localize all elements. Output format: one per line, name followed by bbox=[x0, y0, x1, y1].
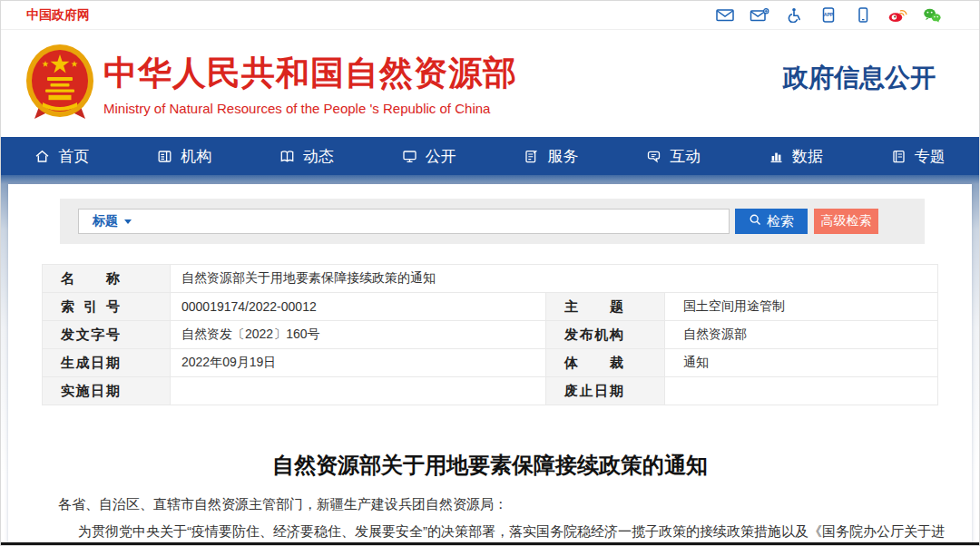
nav-label: 公开 bbox=[426, 146, 456, 167]
document-paragraph: 各省、自治区、直辖市自然资源主管部门，新疆生产建设兵团自然资源局： bbox=[35, 491, 945, 518]
nav-item-topics[interactable]: 专题 bbox=[857, 137, 979, 175]
home-icon bbox=[34, 149, 50, 164]
meta-label-repeal-date: 废止日期 bbox=[546, 377, 664, 405]
app-download-icon[interactable]: APP bbox=[818, 7, 839, 24]
window-bottom-edge bbox=[1, 542, 979, 545]
meta-value-name: 自然资源部关于用地要素保障接续政策的通知 bbox=[171, 265, 937, 292]
site-title[interactable]: 中华人民共和国自然资源部 bbox=[103, 51, 517, 96]
services-icon bbox=[524, 149, 539, 164]
advanced-search-button[interactable]: 高级检索 bbox=[814, 209, 878, 234]
accessibility-icon[interactable] bbox=[783, 7, 805, 24]
mail-icon[interactable] bbox=[714, 7, 736, 24]
top-bar: 中国政府网 APP bbox=[1, 1, 979, 30]
site-header: 中华人民共和国自然资源部 Ministry of Natural Resourc… bbox=[1, 30, 979, 137]
search-scope-dropdown[interactable]: 标题 bbox=[93, 213, 132, 229]
main-nav: 首页 机构 动态 公开 服务 互动 数据 专题 bbox=[1, 137, 979, 175]
gov-portal-link[interactable]: 中国政府网 bbox=[26, 7, 90, 24]
document-body: 各省、自治区、直辖市自然资源主管部门，新疆生产建设兵团自然资源局： 为贯彻党中央… bbox=[8, 491, 972, 545]
meta-value-repeal-date bbox=[665, 377, 937, 405]
meta-value-docnum: 自然资发〔2022〕160号 bbox=[171, 321, 545, 348]
nav-item-organization[interactable]: 机构 bbox=[123, 137, 246, 175]
meta-label-gen-date: 生成日期 bbox=[43, 349, 170, 376]
nav-item-data[interactable]: 数据 bbox=[735, 137, 858, 175]
meta-label-name: 名称 bbox=[43, 265, 170, 292]
mobile-version-icon[interactable] bbox=[852, 7, 874, 24]
nav-item-interaction[interactable]: 互动 bbox=[612, 137, 735, 175]
search-input[interactable] bbox=[132, 210, 729, 233]
disclosure-icon bbox=[402, 149, 417, 164]
meta-label-agency: 发布机构 bbox=[546, 321, 664, 348]
meta-value-impl-date bbox=[171, 377, 545, 405]
nav-label: 互动 bbox=[670, 146, 701, 167]
site-subtitle-en: Ministry of Natural Resources of the Peo… bbox=[103, 101, 517, 116]
nav-label: 数据 bbox=[792, 146, 823, 167]
gov-info-disclosure-title: 政府信息公开 bbox=[783, 61, 936, 95]
news-icon bbox=[279, 149, 295, 164]
search-button-label: 检索 bbox=[767, 213, 794, 230]
top-bar-icons: APP bbox=[714, 7, 943, 24]
content-area: 标题 检索 高级检索 名称 自然资源部关于用地要素保障接续政策的通知 索引号 0… bbox=[1, 175, 979, 546]
wechat-icon[interactable] bbox=[921, 7, 943, 24]
mail-subscribe-icon[interactable] bbox=[749, 7, 770, 24]
nav-item-services[interactable]: 服务 bbox=[490, 137, 612, 175]
document-title: 自然资源部关于用地要素保障接续政策的通知 bbox=[8, 451, 972, 480]
meta-label-subject: 主题 bbox=[546, 293, 664, 320]
nav-label: 专题 bbox=[915, 146, 946, 167]
nav-label: 机构 bbox=[181, 146, 211, 167]
content-panel: 标题 检索 高级检索 名称 自然资源部关于用地要素保障接续政策的通知 索引号 0… bbox=[8, 184, 972, 546]
meta-label-index: 索引号 bbox=[43, 293, 170, 320]
meta-label-impl-date: 实施日期 bbox=[43, 377, 170, 405]
meta-value-genre: 通知 bbox=[665, 349, 937, 376]
nav-item-home[interactable]: 首页 bbox=[1, 137, 123, 175]
search-icon bbox=[749, 213, 762, 229]
weibo-icon[interactable] bbox=[887, 7, 908, 24]
meta-label-docnum: 发文字号 bbox=[43, 321, 170, 348]
nav-item-disclosure[interactable]: 公开 bbox=[368, 137, 490, 175]
search-scope-label: 标题 bbox=[93, 213, 118, 229]
interaction-icon bbox=[646, 149, 662, 164]
page: 中国政府网 APP bbox=[0, 0, 980, 546]
data-icon bbox=[769, 149, 784, 164]
site-title-block: 中华人民共和国自然资源部 Ministry of Natural Resourc… bbox=[103, 51, 517, 116]
chevron-down-icon bbox=[124, 219, 132, 224]
meta-value-index: 000019174/2022-00012 bbox=[171, 293, 545, 320]
svg-text:APP: APP bbox=[824, 12, 834, 17]
nav-label: 服务 bbox=[547, 146, 578, 167]
organization-icon bbox=[157, 149, 172, 164]
nav-item-news[interactable]: 动态 bbox=[246, 137, 368, 175]
document-meta-table: 名称 自然资源部关于用地要素保障接续政策的通知 索引号 000019174/20… bbox=[42, 264, 938, 405]
meta-value-agency: 自然资源部 bbox=[665, 321, 937, 348]
search-box[interactable]: 标题 bbox=[78, 209, 730, 234]
meta-value-subject: 国土空间用途管制 bbox=[665, 293, 937, 320]
meta-value-gen-date: 2022年09月19日 bbox=[171, 349, 545, 376]
national-emblem-logo bbox=[24, 43, 96, 124]
document-paragraph: 为贯彻党中央关于“疫情要防住、经济要稳住、发展要安全”的决策部署，落实国务院稳经… bbox=[35, 518, 945, 545]
search-section: 标题 检索 高级检索 bbox=[60, 199, 925, 244]
topics-icon bbox=[891, 149, 906, 164]
nav-label: 动态 bbox=[303, 146, 334, 167]
nav-label: 首页 bbox=[58, 146, 89, 167]
search-button[interactable]: 检索 bbox=[735, 209, 808, 234]
meta-label-genre: 体裁 bbox=[546, 349, 664, 376]
